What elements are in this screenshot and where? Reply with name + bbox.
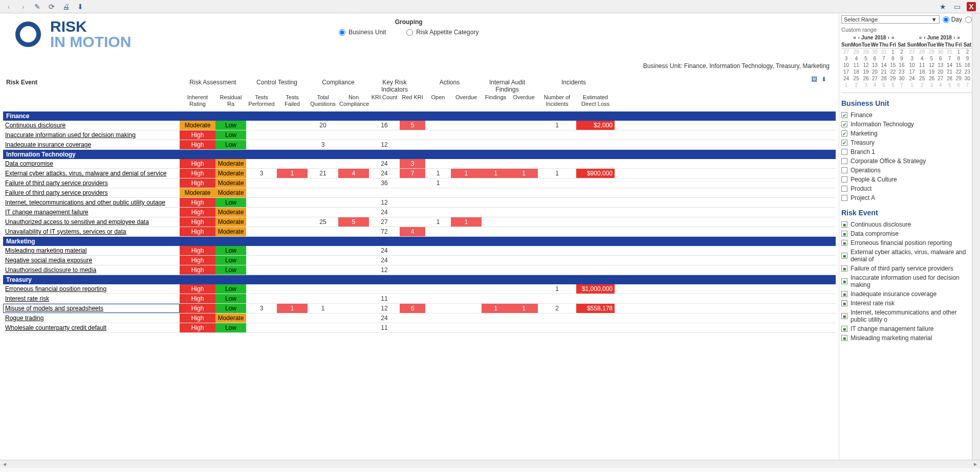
re-filter-item[interactable]: ■Internet, telecommunications and other … [841, 308, 972, 324]
cal-day[interactable]: 26 [861, 75, 870, 82]
cal-prev-icon[interactable]: ‹ [858, 35, 860, 40]
cal-day[interactable]: 6 [954, 82, 963, 88]
cal-day[interactable]: 27 [907, 49, 917, 55]
bu-filter-item[interactable]: Operations [841, 166, 972, 175]
cal-day[interactable]: 31 [879, 49, 888, 55]
cal-day[interactable]: 3 [861, 82, 870, 88]
cal-day[interactable]: 10 [841, 62, 851, 69]
cal-day[interactable]: 28 [879, 75, 888, 82]
cal-day[interactable]: 24 [841, 75, 851, 82]
close-icon[interactable]: X [967, 2, 976, 11]
cal-day[interactable]: 14 [879, 62, 888, 69]
cal-day[interactable]: 18 [851, 69, 862, 75]
radio-other[interactable] [965, 16, 972, 23]
cal-day[interactable]: 23 [897, 69, 906, 75]
risk-event-link[interactable]: Inadequate insurance coverage [5, 141, 91, 148]
bu-filter-item[interactable]: ✔Treasury [841, 138, 972, 147]
cal-day[interactable]: 31 [945, 49, 954, 55]
refresh-icon[interactable]: ⟳ [47, 2, 56, 11]
cal-day[interactable]: 13 [870, 62, 879, 69]
cal-next-icon[interactable]: › [953, 35, 955, 40]
risk-event-link[interactable]: Negative social media exposure [5, 257, 92, 264]
cal-day[interactable]: 26 [927, 75, 936, 82]
risk-event-link[interactable]: Unavailability of IT systems, services o… [5, 228, 126, 235]
cal-day[interactable]: 11 [917, 62, 927, 69]
cal-day[interactable]: 29 [888, 75, 897, 82]
risk-event-link[interactable]: Inaccurate information used for decision… [5, 131, 136, 139]
re-filter-item[interactable]: ■Erroneous financial position reporting [841, 238, 972, 248]
risk-event-link[interactable]: Data compromise [5, 160, 53, 167]
cal-day[interactable]: 7 [963, 82, 972, 88]
risk-event-link[interactable]: Continuous disclosure [5, 122, 66, 129]
cal-day[interactable]: 18 [917, 69, 927, 75]
cal-day[interactable]: 5 [861, 55, 870, 62]
cal-day[interactable]: 10 [907, 62, 917, 69]
cal-day[interactable]: 29 [861, 49, 870, 55]
cal-day[interactable]: 20 [936, 69, 945, 75]
cal-day[interactable]: 27 [841, 49, 851, 55]
bu-filter-item[interactable]: Branch 1 [841, 147, 972, 156]
cal-day[interactable]: 12 [927, 62, 936, 69]
re-filter-item[interactable]: ■Inadequate insurance coverage [841, 289, 972, 299]
re-filter-item[interactable]: ■Misleading marketing material [841, 333, 972, 343]
re-filter-item[interactable]: ■Inaccurate information used for decisio… [841, 273, 972, 289]
cal-first-icon[interactable]: « [919, 35, 923, 40]
cal-day[interactable]: 30 [870, 49, 879, 55]
radio-day[interactable]: Day [943, 16, 962, 23]
bu-filter-item[interactable]: Product [841, 184, 972, 193]
scrollbar-horizontal[interactable]: ◄► [0, 460, 980, 468]
cal-day[interactable]: 21 [945, 69, 954, 75]
cal-day[interactable]: 19 [927, 69, 936, 75]
cal-day[interactable]: 20 [870, 69, 879, 75]
cal-day[interactable]: 13 [936, 62, 945, 69]
cal-day[interactable]: 5 [879, 82, 888, 88]
cal-day[interactable]: 1 [907, 82, 917, 88]
cal-next-icon[interactable]: › [887, 35, 889, 40]
cal-day[interactable]: 3 [841, 55, 851, 62]
risk-event-link[interactable]: Misuse of models and spreadsheets [5, 305, 103, 312]
back-icon[interactable]: ‹ [4, 2, 13, 11]
cal-day[interactable]: 5 [945, 82, 954, 88]
cal-day[interactable]: 22 [954, 69, 963, 75]
cal-day[interactable]: 19 [861, 69, 870, 75]
cal-day[interactable]: 3 [927, 82, 936, 88]
cal-day[interactable]: 7 [879, 55, 888, 62]
cal-day[interactable]: 3 [907, 55, 917, 62]
cal-day[interactable]: 4 [936, 82, 945, 88]
re-filter-item[interactable]: ■Continuous disclosure [841, 220, 972, 229]
cal-day[interactable]: 8 [888, 55, 897, 62]
cal-day[interactable]: 29 [927, 49, 936, 55]
cal-day[interactable]: 17 [907, 69, 917, 75]
cal-day[interactable]: 25 [917, 75, 927, 82]
risk-event-link[interactable]: Failure of third party service providers [5, 179, 108, 187]
re-filter-item[interactable]: ■Failure of third party service provider… [841, 264, 972, 273]
cal-day[interactable]: 6 [936, 55, 945, 62]
radio-business-unit[interactable]: Business Unit [339, 29, 386, 36]
cal-day[interactable]: 1 [841, 82, 851, 88]
bu-filter-item[interactable]: Corporate Office & Strategy [841, 156, 972, 166]
cal-day[interactable]: 24 [907, 75, 917, 82]
select-range-dropdown[interactable]: Select Range▼ [841, 15, 940, 24]
risk-event-link[interactable]: Wholesale counterparty credit default [5, 324, 106, 331]
cal-day[interactable]: 2 [851, 82, 862, 88]
cal-day[interactable]: 4 [851, 55, 862, 62]
risk-event-link[interactable]: Interest rate risk [5, 295, 49, 302]
cal-day[interactable]: 7 [945, 55, 954, 62]
cal-day[interactable]: 2 [897, 49, 906, 55]
cal-day[interactable]: 21 [879, 69, 888, 75]
cal-day[interactable]: 25 [851, 75, 862, 82]
export-download-icon[interactable]: ⬇ [821, 76, 826, 83]
cal-day[interactable]: 28 [917, 49, 927, 55]
edit-icon[interactable]: ✎ [33, 2, 42, 11]
scrollbar-vertical[interactable] [972, 13, 980, 460]
cal-day[interactable]: 15 [888, 62, 897, 69]
cal-day[interactable]: 27 [870, 75, 879, 82]
cal-day[interactable]: 11 [851, 62, 862, 69]
cal-day[interactable]: 4 [870, 82, 879, 88]
re-filter-item[interactable]: ■External cyber attacks, virus, malware … [841, 248, 972, 264]
cal-day[interactable]: 12 [861, 62, 870, 69]
cal-day[interactable]: 17 [841, 69, 851, 75]
risk-event-link[interactable]: Misleading marketing material [5, 247, 86, 254]
cal-day[interactable]: 7 [897, 82, 906, 88]
risk-event-link[interactable]: Rogue trading [5, 314, 43, 322]
